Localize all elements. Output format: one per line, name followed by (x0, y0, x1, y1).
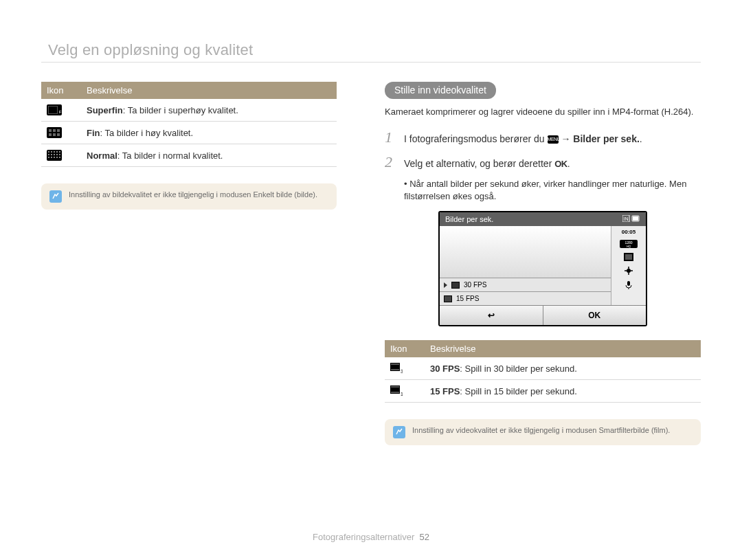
note-text: Innstilling av bildekvalitet er ikke til… (69, 190, 317, 199)
page-footer: Fotograferingsalternativer 52 (0, 532, 742, 542)
svg-rect-22 (48, 157, 49, 158)
screen-title: Bilder per sek. (445, 215, 493, 223)
filmstrip-side-icon (624, 253, 633, 261)
resolution-badge-icon: 1280HQ (620, 240, 638, 248)
svg-rect-14 (54, 151, 55, 153)
svg-rect-19 (54, 154, 55, 155)
svg-rect-12 (48, 151, 49, 153)
rec-time-label: 00:05 (622, 229, 636, 235)
filmstrip-30-icon (451, 282, 460, 289)
svg-text:30: 30 (401, 369, 403, 374)
svg-rect-47 (391, 386, 399, 388)
svg-text:HQ: HQ (627, 245, 631, 248)
note-icon (393, 426, 405, 438)
fps-option-30[interactable]: 30 FPS (440, 278, 611, 291)
step-number: 2 (385, 153, 397, 171)
svg-rect-4 (47, 127, 62, 138)
back-button[interactable]: ↩ (440, 306, 543, 325)
step-number: 1 (385, 128, 397, 146)
svg-rect-15 (56, 151, 58, 153)
svg-rect-13 (51, 151, 52, 153)
screen-side-panel: 00:05 1280HQ (611, 226, 646, 305)
svg-rect-20 (56, 154, 58, 155)
page-title: Velg en oppløsning og kvalitet (41, 41, 701, 63)
table-row: Fin: Ta bilder i høy kvalitet. (41, 122, 337, 144)
table-row: 30 30 FPS: Spill in 30 bilder per sekund… (385, 357, 701, 380)
quality-normal-icon (47, 150, 62, 161)
col-desc-header: Beskrivelse (81, 82, 337, 99)
svg-point-40 (627, 269, 631, 273)
svg-rect-41 (627, 281, 630, 286)
svg-rect-34 (445, 296, 451, 302)
fps-table: Ikon Beskrivelse 30 30 FPS: Spill in 30 … (385, 340, 701, 403)
svg-rect-24 (54, 157, 55, 158)
quality-superfine-icon: F (47, 104, 62, 115)
menu-icon: MENU (548, 135, 559, 144)
microphone-icon (625, 280, 633, 290)
svg-rect-43 (391, 363, 399, 365)
camera-screen: Bilder per sek. IN 30 FPS 1 (438, 211, 647, 326)
table-row: 15 15 FPS: Spill in 15 bilder per sekund… (385, 380, 701, 403)
step-1: 1 I fotograferingsmodus berører du MENU … (385, 128, 701, 146)
svg-rect-7 (57, 129, 60, 132)
svg-rect-32 (452, 282, 459, 288)
ok-button[interactable]: OK (543, 306, 647, 325)
svg-text:15: 15 (401, 392, 403, 396)
svg-rect-18 (51, 154, 52, 155)
note-box: Innstilling av bildekvalitet er ikke til… (41, 183, 337, 210)
col-desc-header: Beskrivelse (425, 340, 701, 357)
svg-rect-39 (625, 254, 632, 260)
fps-option-15[interactable]: 15 FPS (440, 291, 611, 305)
col-icon-header: Ikon (385, 340, 425, 357)
screen-top-icons: IN (622, 215, 640, 223)
svg-rect-10 (57, 133, 60, 136)
stabilizer-icon (624, 266, 633, 276)
svg-text:IN: IN (624, 216, 629, 221)
svg-text:F: F (59, 110, 62, 114)
note-box: Innstilling av videokvalitet er ikke til… (385, 419, 701, 445)
fps-15-icon: 15 (390, 385, 403, 396)
svg-rect-26 (59, 157, 60, 158)
ok-icon: OK (554, 158, 567, 170)
svg-rect-9 (53, 133, 56, 136)
svg-rect-6 (53, 129, 56, 132)
intro-text: Kameraet komprimerer og lagrer videoene … (385, 106, 701, 119)
filmstrip-15-icon (444, 295, 452, 302)
svg-rect-5 (49, 129, 52, 132)
bullet-note: Når antall bilder per sekund øker, virke… (385, 178, 701, 203)
svg-rect-23 (51, 157, 52, 158)
table-row: F Superfin: Ta bilder i superhøy kvalite… (41, 99, 337, 122)
svg-rect-8 (49, 133, 52, 136)
svg-rect-25 (56, 157, 58, 158)
svg-rect-2 (49, 107, 57, 113)
section-heading: Stille inn videokvalitet (385, 82, 496, 99)
step-2: 2 Velg et alternativ, og berør deretter … (385, 153, 701, 171)
svg-rect-44 (391, 369, 399, 370)
svg-rect-48 (391, 392, 399, 393)
table-row: Normal: Ta bilder i normal kvalitet. (41, 144, 337, 167)
svg-rect-21 (59, 154, 60, 155)
fps-30-icon: 30 (390, 363, 403, 374)
svg-rect-17 (48, 154, 49, 155)
note-icon (49, 190, 62, 203)
svg-rect-30 (633, 216, 638, 221)
svg-rect-16 (59, 151, 60, 153)
quality-fine-icon (47, 127, 62, 138)
col-icon-header: Ikon (41, 82, 81, 99)
note-text: Innstilling av videokvalitet er ikke til… (412, 426, 670, 434)
quality-table: Ikon Beskrivelse F Superfin: Ta bilder i… (41, 82, 337, 167)
